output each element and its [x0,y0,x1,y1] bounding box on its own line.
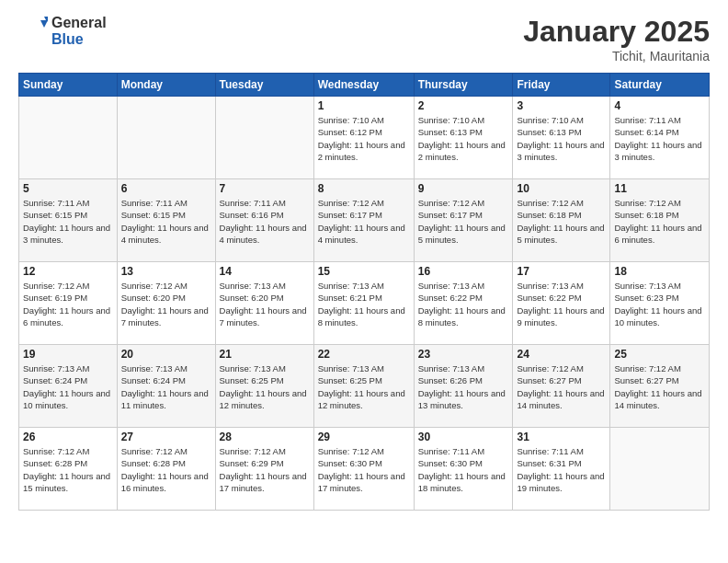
col-saturday: Saturday [610,74,710,97]
calendar-cell: 9Sunrise: 7:12 AM Sunset: 6:17 PM Daylig… [414,179,513,262]
day-info: Sunrise: 7:12 AM Sunset: 6:30 PM Dayligh… [318,445,410,494]
calendar-cell: 29Sunrise: 7:12 AM Sunset: 6:30 PM Dayli… [313,428,414,511]
day-number: 30 [418,431,509,443]
day-number: 14 [220,265,310,278]
day-number: 31 [517,431,606,443]
day-number: 16 [418,265,509,278]
day-number: 3 [517,99,606,112]
calendar-cell: 7Sunrise: 7:11 AM Sunset: 6:16 PM Daylig… [215,179,313,262]
day-number: 1 [318,99,410,112]
day-number: 19 [23,348,113,361]
day-info: Sunrise: 7:11 AM Sunset: 6:30 PM Dayligh… [418,445,509,494]
calendar-cell: 15Sunrise: 7:13 AM Sunset: 6:21 PM Dayli… [313,262,414,345]
day-info: Sunrise: 7:13 AM Sunset: 6:25 PM Dayligh… [318,362,410,411]
day-number: 9 [418,182,509,195]
day-number: 21 [220,348,310,361]
day-info: Sunrise: 7:12 AM Sunset: 6:17 PM Dayligh… [318,197,410,246]
day-number: 11 [614,182,705,195]
day-info: Sunrise: 7:12 AM Sunset: 6:18 PM Dayligh… [517,197,606,246]
day-info: Sunrise: 7:12 AM Sunset: 6:19 PM Dayligh… [23,280,113,328]
day-number: 2 [418,99,509,112]
calendar-cell: 18Sunrise: 7:13 AM Sunset: 6:23 PM Dayli… [610,262,710,345]
calendar-cell: 24Sunrise: 7:12 AM Sunset: 6:27 PM Dayli… [513,345,610,428]
calendar-table: Sunday Monday Tuesday Wednesday Thursday… [18,73,710,511]
day-info: Sunrise: 7:12 AM Sunset: 6:20 PM Dayligh… [121,280,211,328]
day-number: 17 [517,265,606,278]
col-monday: Monday [117,74,215,97]
calendar-cell: 27Sunrise: 7:12 AM Sunset: 6:28 PM Dayli… [117,428,215,511]
day-info: Sunrise: 7:12 AM Sunset: 6:29 PM Dayligh… [220,445,310,494]
calendar-cell: 12Sunrise: 7:12 AM Sunset: 6:19 PM Dayli… [19,262,118,345]
day-number: 12 [23,265,113,278]
calendar-cell: 1Sunrise: 7:10 AM Sunset: 6:12 PM Daylig… [313,97,414,179]
day-info: Sunrise: 7:12 AM Sunset: 6:28 PM Dayligh… [23,445,113,494]
calendar-cell: 4Sunrise: 7:11 AM Sunset: 6:14 PM Daylig… [610,97,710,179]
day-number: 5 [23,182,113,195]
day-info: Sunrise: 7:10 AM Sunset: 6:13 PM Dayligh… [418,114,509,163]
day-info: Sunrise: 7:11 AM Sunset: 6:31 PM Dayligh… [517,445,606,494]
day-info: Sunrise: 7:10 AM Sunset: 6:13 PM Dayligh… [517,114,606,163]
col-sunday: Sunday [19,74,118,97]
calendar-cell: 20Sunrise: 7:13 AM Sunset: 6:24 PM Dayli… [117,345,215,428]
calendar-cell [610,428,710,511]
day-info: Sunrise: 7:13 AM Sunset: 6:24 PM Dayligh… [121,362,211,411]
day-info: Sunrise: 7:13 AM Sunset: 6:22 PM Dayligh… [517,280,606,328]
calendar-cell: 13Sunrise: 7:12 AM Sunset: 6:20 PM Dayli… [117,262,215,345]
day-number: 15 [318,265,410,278]
day-info: Sunrise: 7:13 AM Sunset: 6:23 PM Dayligh… [614,280,705,328]
day-number: 10 [517,182,606,195]
calendar-cell: 25Sunrise: 7:12 AM Sunset: 6:27 PM Dayli… [610,345,710,428]
calendar-cell [19,97,118,179]
calendar-cell: 31Sunrise: 7:11 AM Sunset: 6:31 PM Dayli… [513,428,610,511]
calendar-week-row: 19Sunrise: 7:13 AM Sunset: 6:24 PM Dayli… [19,345,710,428]
day-number: 25 [614,348,705,361]
calendar-cell: 22Sunrise: 7:13 AM Sunset: 6:25 PM Dayli… [313,345,414,428]
calendar-week-row: 26Sunrise: 7:12 AM Sunset: 6:28 PM Dayli… [19,428,710,511]
day-info: Sunrise: 7:10 AM Sunset: 6:12 PM Dayligh… [318,114,410,163]
calendar-cell: 11Sunrise: 7:12 AM Sunset: 6:18 PM Dayli… [610,179,710,262]
calendar-cell: 30Sunrise: 7:11 AM Sunset: 6:30 PM Dayli… [414,428,513,511]
calendar-week-row: 1Sunrise: 7:10 AM Sunset: 6:12 PM Daylig… [19,97,710,179]
day-number: 29 [318,431,410,443]
header: General Blue January 2025 Tichit, Maurit… [18,15,710,63]
col-friday: Friday [513,74,610,97]
col-wednesday: Wednesday [313,74,414,97]
calendar-header-row: Sunday Monday Tuesday Wednesday Thursday… [19,74,710,97]
calendar-cell: 28Sunrise: 7:12 AM Sunset: 6:29 PM Dayli… [215,428,313,511]
day-info: Sunrise: 7:12 AM Sunset: 6:27 PM Dayligh… [517,362,606,411]
calendar-cell: 17Sunrise: 7:13 AM Sunset: 6:22 PM Dayli… [513,262,610,345]
day-info: Sunrise: 7:12 AM Sunset: 6:18 PM Dayligh… [614,197,705,246]
calendar-cell: 3Sunrise: 7:10 AM Sunset: 6:13 PM Daylig… [513,97,610,179]
calendar-week-row: 5Sunrise: 7:11 AM Sunset: 6:15 PM Daylig… [19,179,710,262]
day-info: Sunrise: 7:11 AM Sunset: 6:15 PM Dayligh… [121,197,211,246]
day-number: 6 [121,182,211,195]
day-info: Sunrise: 7:13 AM Sunset: 6:21 PM Dayligh… [318,280,410,328]
col-thursday: Thursday [414,74,513,97]
calendar-cell [117,97,215,179]
day-info: Sunrise: 7:11 AM Sunset: 6:16 PM Dayligh… [220,197,310,246]
subtitle: Tichit, Mauritania [523,49,710,63]
day-number: 23 [418,348,509,361]
main-title: January 2025 [523,15,710,49]
calendar-cell: 14Sunrise: 7:13 AM Sunset: 6:20 PM Dayli… [215,262,313,345]
day-number: 4 [614,99,705,112]
day-number: 26 [23,431,113,443]
day-number: 22 [318,348,410,361]
page: General Blue January 2025 Tichit, Maurit… [0,0,728,563]
calendar-cell: 6Sunrise: 7:11 AM Sunset: 6:15 PM Daylig… [117,179,215,262]
calendar-cell: 8Sunrise: 7:12 AM Sunset: 6:17 PM Daylig… [313,179,414,262]
day-number: 20 [121,348,211,361]
calendar-week-row: 12Sunrise: 7:12 AM Sunset: 6:19 PM Dayli… [19,262,710,345]
day-info: Sunrise: 7:12 AM Sunset: 6:17 PM Dayligh… [418,197,509,246]
day-number: 27 [121,431,211,443]
calendar-cell: 23Sunrise: 7:13 AM Sunset: 6:26 PM Dayli… [414,345,513,428]
logo: General Blue [18,15,107,48]
logo-text: General Blue [51,15,107,48]
day-number: 24 [517,348,606,361]
calendar-cell: 16Sunrise: 7:13 AM Sunset: 6:22 PM Dayli… [414,262,513,345]
day-info: Sunrise: 7:13 AM Sunset: 6:24 PM Dayligh… [23,362,113,411]
calendar-cell: 19Sunrise: 7:13 AM Sunset: 6:24 PM Dayli… [19,345,118,428]
day-info: Sunrise: 7:13 AM Sunset: 6:25 PM Dayligh… [220,362,310,411]
day-info: Sunrise: 7:12 AM Sunset: 6:28 PM Dayligh… [121,445,211,494]
calendar-cell: 5Sunrise: 7:11 AM Sunset: 6:15 PM Daylig… [19,179,118,262]
